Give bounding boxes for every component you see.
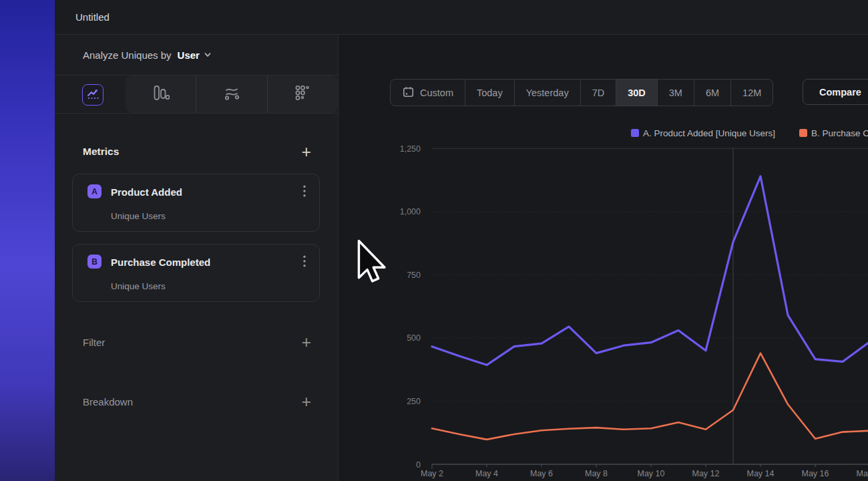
grid-dots-icon bbox=[294, 84, 311, 104]
range-button-7d[interactable]: 7D bbox=[580, 79, 616, 106]
tab-bar-chart[interactable] bbox=[126, 75, 196, 113]
metric-badge-b: B bbox=[87, 255, 101, 269]
range-label: Custom bbox=[420, 88, 453, 98]
range-button-custom[interactable]: Custom bbox=[391, 79, 465, 106]
metric-title: Purchase Completed bbox=[111, 257, 210, 268]
compare-label: Compare bbox=[819, 87, 861, 98]
range-label: Yesterday bbox=[526, 88, 569, 98]
document-title[interactable]: Untitled bbox=[75, 11, 110, 23]
tab-line-chart[interactable] bbox=[82, 84, 103, 106]
breakdown-header: Breakdown + bbox=[83, 395, 311, 408]
query-sidebar: Analyze Uniques by User bbox=[55, 35, 339, 481]
app-window: { "colors": { "accent": "#6e5bf8", "seri… bbox=[0, 0, 868, 481]
metric-badge-a: A bbox=[87, 184, 101, 198]
line-chart-icon bbox=[85, 86, 100, 104]
metrics-heading: Metrics bbox=[83, 146, 119, 158]
range-label: Today bbox=[477, 88, 503, 98]
top-bar: Untitled bbox=[55, 0, 868, 35]
add-filter-button[interactable]: + bbox=[301, 335, 311, 349]
range-button-yesterday[interactable]: Yesterday bbox=[514, 79, 580, 106]
metric-title: Product Added bbox=[111, 186, 182, 198]
calendar-icon bbox=[402, 86, 415, 100]
range-label: 3M bbox=[669, 88, 682, 98]
chart-type-tabs bbox=[55, 75, 338, 114]
range-label: 12M bbox=[742, 88, 761, 98]
desktop-gradient-strip bbox=[0, 0, 55, 481]
add-breakdown-button[interactable]: + bbox=[301, 395, 311, 408]
breakdown-heading: Breakdown bbox=[83, 396, 133, 408]
metric-card-a[interactable]: A Product Added Unique Users bbox=[72, 174, 320, 232]
date-range-group: CustomTodayYesterday7D30D3M6M12M bbox=[390, 79, 773, 106]
range-label: 30D bbox=[628, 88, 646, 98]
chart-panel: CustomTodayYesterday7D30D3M6M12M Compare bbox=[339, 35, 868, 481]
tab-grid-dots[interactable] bbox=[267, 75, 338, 113]
metric-subtitle: Unique Users bbox=[111, 211, 166, 221]
kebab-menu-icon[interactable] bbox=[303, 185, 306, 200]
range-button-30d[interactable]: 30D bbox=[616, 79, 657, 106]
metric-subtitle: Unique Users bbox=[111, 281, 166, 291]
filter-header: Filter + bbox=[83, 335, 311, 349]
flow-chart-icon bbox=[223, 84, 240, 104]
analyze-label: Analyze Uniques by bbox=[83, 49, 172, 61]
mouse-cursor bbox=[357, 239, 387, 291]
filter-heading: Filter bbox=[83, 337, 105, 348]
range-button-3m[interactable]: 3M bbox=[657, 79, 694, 106]
add-metric-button[interactable]: + bbox=[301, 145, 311, 158]
analyze-row: Analyze Uniques by User bbox=[55, 35, 338, 75]
bar-chart-icon bbox=[152, 84, 170, 104]
analyze-value-dropdown[interactable]: User bbox=[178, 49, 200, 61]
tab-group-unselected bbox=[126, 75, 338, 113]
chevron-down-icon[interactable] bbox=[204, 51, 212, 59]
kebab-menu-icon[interactable] bbox=[303, 255, 306, 270]
range-button-6m[interactable]: 6M bbox=[694, 79, 730, 106]
range-button-12m[interactable]: 12M bbox=[730, 79, 773, 106]
metric-card-b[interactable]: B Purchase Completed Unique Users bbox=[72, 244, 320, 302]
metrics-header: Metrics + bbox=[83, 145, 311, 158]
range-label: 7D bbox=[592, 88, 605, 98]
range-label: 6M bbox=[706, 88, 719, 98]
tab-flow-chart[interactable] bbox=[196, 75, 266, 113]
range-button-today[interactable]: Today bbox=[465, 79, 514, 106]
compare-button[interactable]: Compare bbox=[803, 79, 868, 105]
